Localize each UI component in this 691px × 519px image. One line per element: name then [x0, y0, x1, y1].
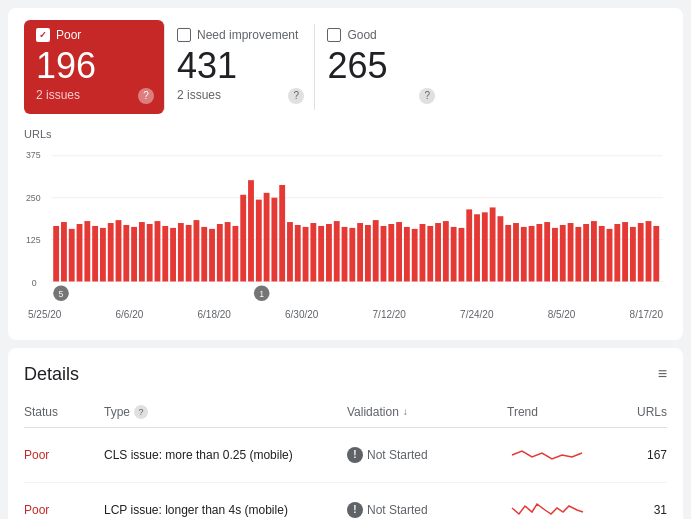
details-title: Details — [24, 364, 79, 385]
poor-help-icon[interactable]: ? — [138, 88, 154, 104]
x-label-4: 6/30/20 — [285, 309, 318, 320]
chart-bars — [53, 180, 659, 281]
cards-row: Poor 196 2 issues ? Need improvement 431… — [24, 20, 667, 114]
svg-text:125: 125 — [26, 235, 41, 245]
details-section: Details ≡ Status Type ? Validation ↓ Tre… — [8, 348, 683, 519]
need-number: 431 — [177, 46, 298, 86]
svg-rect-84 — [646, 221, 652, 281]
table-header: Status Type ? Validation ↓ Trend URLs — [24, 397, 667, 428]
svg-rect-45 — [342, 227, 348, 282]
svg-rect-51 — [388, 224, 394, 281]
row2-status: Poor — [24, 503, 104, 517]
row1-alert-icon: ! — [347, 447, 363, 463]
filter-icon[interactable]: ≡ — [658, 365, 667, 383]
poor-label: Poor — [56, 28, 81, 42]
need-help-icon[interactable]: ? — [288, 88, 304, 104]
good-card[interactable]: Good 265 ? — [315, 20, 445, 114]
svg-rect-12 — [84, 221, 90, 281]
svg-rect-70 — [536, 224, 542, 281]
svg-rect-62 — [474, 214, 480, 281]
svg-rect-29 — [217, 224, 223, 281]
svg-text:375: 375 — [26, 149, 41, 159]
row2-trend — [507, 495, 607, 519]
svg-rect-73 — [560, 225, 566, 282]
svg-rect-77 — [591, 221, 597, 281]
need-card[interactable]: Need improvement 431 2 issues ? — [165, 20, 314, 114]
svg-rect-83 — [638, 223, 644, 281]
svg-rect-39 — [295, 225, 301, 282]
good-number: 265 — [327, 46, 429, 86]
svg-rect-49 — [373, 220, 379, 281]
poor-checkbox-icon[interactable] — [36, 28, 50, 42]
type-help-icon[interactable]: ? — [134, 405, 148, 419]
row1-trend — [507, 440, 607, 470]
svg-rect-58 — [443, 221, 449, 281]
svg-rect-9 — [61, 222, 67, 281]
svg-rect-61 — [466, 209, 472, 281]
good-help-icon[interactable]: ? — [419, 88, 435, 104]
svg-rect-22 — [162, 226, 168, 282]
svg-rect-71 — [544, 222, 550, 281]
good-card-header: Good — [327, 28, 429, 42]
table-row: Poor CLS issue: more than 0.25 (mobile) … — [24, 428, 667, 483]
chart-container: 375 250 125 0 — [24, 144, 667, 324]
svg-rect-47 — [357, 223, 363, 281]
row2-validation: ! Not Started — [347, 502, 507, 518]
col-urls: URLs — [607, 405, 667, 419]
row2-urls: 31 — [607, 503, 667, 517]
svg-rect-27 — [201, 227, 207, 282]
svg-rect-48 — [365, 225, 371, 282]
svg-rect-65 — [497, 216, 503, 281]
svg-text:0: 0 — [32, 278, 37, 288]
good-label: Good — [347, 28, 376, 42]
poor-number: 196 — [36, 46, 148, 86]
x-label-7: 8/5/20 — [548, 309, 576, 320]
svg-rect-15 — [108, 223, 114, 281]
svg-rect-34 — [256, 199, 262, 281]
svg-rect-75 — [575, 227, 581, 282]
svg-rect-44 — [334, 221, 340, 281]
x-label-2: 6/6/20 — [116, 309, 144, 320]
row1-validation: ! Not Started — [347, 447, 507, 463]
chart-area: URLs 375 250 125 0 — [24, 124, 667, 332]
svg-rect-19 — [139, 222, 145, 281]
validation-sort-icon[interactable]: ↓ — [403, 406, 408, 417]
svg-rect-69 — [529, 226, 535, 282]
svg-rect-31 — [232, 226, 238, 282]
row1-type: CLS issue: more than 0.25 (mobile) — [104, 448, 347, 462]
poor-card-header: Poor — [36, 28, 148, 42]
col-validation: Validation ↓ — [347, 405, 507, 419]
need-issues: 2 issues — [177, 88, 298, 102]
svg-text:5: 5 — [59, 289, 64, 299]
svg-rect-35 — [264, 192, 270, 281]
svg-rect-17 — [123, 225, 129, 282]
svg-rect-43 — [326, 224, 332, 281]
svg-rect-11 — [77, 224, 83, 281]
svg-rect-76 — [583, 224, 589, 281]
svg-rect-20 — [147, 224, 153, 281]
svg-rect-32 — [240, 194, 246, 281]
table-row: Poor LCP issue: longer than 4s (mobile) … — [24, 483, 667, 519]
svg-rect-63 — [482, 212, 488, 281]
svg-rect-59 — [451, 227, 457, 282]
svg-rect-8 — [53, 226, 59, 282]
svg-rect-74 — [568, 223, 574, 281]
need-label: Need improvement — [197, 28, 298, 42]
svg-rect-40 — [303, 227, 309, 282]
x-label-5: 7/12/20 — [373, 309, 406, 320]
row1-status: Poor — [24, 448, 104, 462]
svg-rect-80 — [614, 224, 620, 281]
poor-card[interactable]: Poor 196 2 issues ? — [24, 20, 164, 114]
svg-rect-54 — [412, 228, 418, 281]
svg-rect-21 — [155, 221, 161, 281]
need-checkbox-icon[interactable] — [177, 28, 191, 42]
svg-rect-53 — [404, 227, 410, 282]
svg-rect-30 — [225, 222, 231, 281]
svg-rect-33 — [248, 180, 254, 281]
good-checkbox-icon[interactable] — [327, 28, 341, 42]
col-trend: Trend — [507, 405, 607, 419]
row1-urls: 167 — [607, 448, 667, 462]
svg-rect-46 — [349, 227, 355, 281]
svg-rect-52 — [396, 222, 402, 281]
chart-y-label: URLs — [24, 128, 667, 140]
